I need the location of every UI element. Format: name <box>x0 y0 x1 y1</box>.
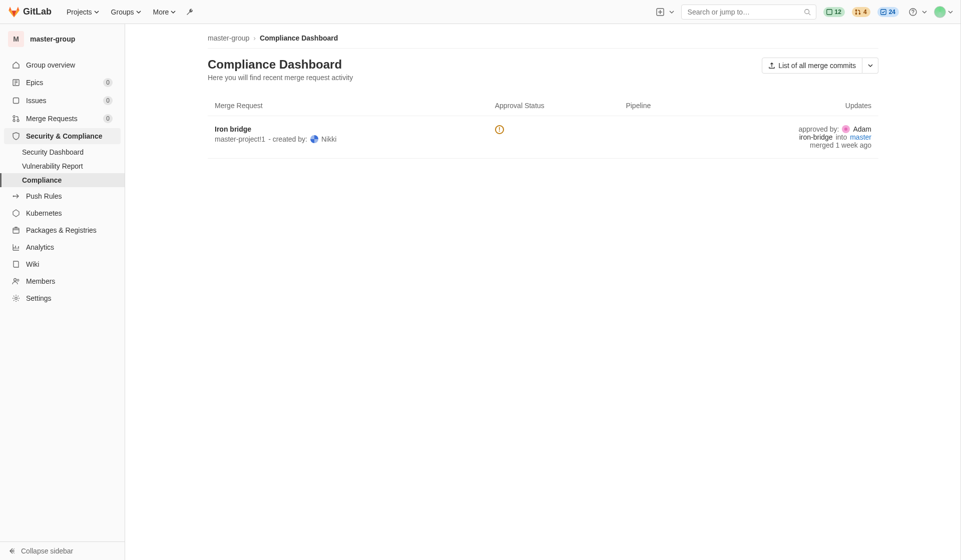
sidebar-nav: Group overview Epics 0 Issues 0 Merge Re… <box>0 54 125 541</box>
epic-icon <box>12 79 20 87</box>
svg-rect-15 <box>13 228 19 233</box>
group-name: master-group <box>30 35 75 43</box>
issues-icon <box>826 9 833 16</box>
chevron-down-icon <box>171 10 176 15</box>
sidebar-sub-label: Security Dashboard <box>22 148 117 156</box>
user-avatar[interactable] <box>934 6 946 18</box>
merge-request-icon <box>12 115 20 123</box>
top-nav: GitLab Projects Groups More 12 <box>0 0 961 24</box>
sidebar-sub-label: Compliance <box>22 176 117 184</box>
mr-author[interactable]: Nikki <box>321 135 336 143</box>
mr-counter[interactable]: 4 <box>852 7 870 17</box>
nav-right: 12 4 24 <box>653 5 953 20</box>
shield-icon <box>12 132 20 140</box>
todo-icon <box>880 9 887 16</box>
issues-icon <box>12 97 20 105</box>
svg-point-12 <box>17 120 19 122</box>
global-search[interactable] <box>681 5 816 20</box>
svg-point-18 <box>15 297 18 300</box>
count-badge: 0 <box>103 114 113 123</box>
collapse-sidebar[interactable]: Collapse sidebar <box>0 541 125 560</box>
sidebar-item-packages[interactable]: Packages & Registries <box>4 222 121 238</box>
sidebar-item-analytics[interactable]: Analytics <box>4 239 121 255</box>
sidebar-item-issues[interactable]: Issues 0 <box>4 92 121 109</box>
brand-text: GitLab <box>23 7 52 17</box>
export-dropdown-toggle[interactable] <box>862 58 878 74</box>
new-dropdown[interactable] <box>653 5 667 19</box>
branch-join: into <box>836 133 847 141</box>
sidebar-item-label: Epics <box>26 79 97 87</box>
chevron-down-icon <box>669 10 674 15</box>
col-updates: Updates <box>699 96 878 116</box>
gear-icon <box>12 294 20 302</box>
svg-marker-14 <box>13 210 19 217</box>
sidebar-item-security[interactable]: Security & Compliance <box>4 128 121 144</box>
nav-more[interactable]: More <box>148 5 181 19</box>
svg-rect-2 <box>826 9 832 15</box>
sidebar-item-settings[interactable]: Settings <box>4 290 121 306</box>
sidebar-item-label: Merge Requests <box>26 115 97 123</box>
svg-rect-9 <box>14 98 19 104</box>
gitlab-logo[interactable]: GitLab <box>8 6 52 18</box>
approver-name[interactable]: Adam <box>853 125 871 133</box>
chevron-down-icon <box>948 10 953 15</box>
todos-count: 24 <box>889 9 895 16</box>
pipeline-cell <box>619 116 699 159</box>
plus-square-icon <box>656 8 664 16</box>
nav-groups[interactable]: Groups <box>106 5 146 19</box>
nav-more-label: More <box>153 8 169 16</box>
table-row[interactable]: Iron bridge master-project!1 - created b… <box>208 116 878 159</box>
package-icon <box>12 226 20 234</box>
issues-counter[interactable]: 12 <box>823 7 845 17</box>
sidebar-item-epics[interactable]: Epics 0 <box>4 74 121 91</box>
svg-point-4 <box>855 13 857 15</box>
breadcrumb: master-group › Compliance Dashboard <box>208 32 878 49</box>
search-input[interactable] <box>687 8 804 17</box>
sidebar-sub-security-dashboard[interactable]: Security Dashboard <box>14 145 125 159</box>
svg-point-16 <box>14 279 17 281</box>
col-approval-status: Approval Status <box>488 96 619 116</box>
tanuki-icon <box>8 6 20 18</box>
help-menu[interactable] <box>906 5 920 19</box>
sidebar: M master-group Group overview Epics 0 Is… <box>0 24 125 560</box>
col-merge-request: Merge Request <box>208 96 488 116</box>
sidebar-sub-compliance[interactable]: Compliance <box>0 173 125 187</box>
sidebar-sub-vulnerability-report[interactable]: Vulnerability Report <box>14 159 125 173</box>
chart-icon <box>12 243 20 251</box>
svg-point-5 <box>859 13 861 15</box>
sidebar-item-merge-requests[interactable]: Merge Requests 0 <box>4 110 121 127</box>
push-rules-icon <box>12 192 20 200</box>
approved-by-prefix: approved by: <box>798 125 839 133</box>
admin-wrench-button[interactable] <box>183 5 197 19</box>
svg-point-10 <box>13 116 15 118</box>
nav-projects[interactable]: Projects <box>62 5 104 19</box>
page-subtitle: Here you will find recent merge request … <box>208 74 353 82</box>
sidebar-item-overview[interactable]: Group overview <box>4 57 121 73</box>
svg-point-3 <box>855 9 857 11</box>
mr-created-by-prefix: - created by: <box>268 135 307 143</box>
book-icon <box>12 260 20 268</box>
mr-meta: master-project!1 - created by: Nikki <box>215 135 481 143</box>
export-button-group: List of all merge commits <box>762 58 878 74</box>
branch-dst[interactable]: master <box>850 133 871 141</box>
todos-counter[interactable]: 24 <box>877 7 899 17</box>
sidebar-item-wiki[interactable]: Wiki <box>4 256 121 272</box>
breadcrumb-current: Compliance Dashboard <box>260 34 338 42</box>
sidebar-context[interactable]: M master-group <box>0 24 125 54</box>
sidebar-item-push-rules[interactable]: Push Rules <box>4 188 121 204</box>
sidebar-item-label: Members <box>26 277 113 285</box>
svg-point-17 <box>17 279 19 281</box>
approval-warning-icon[interactable]: ! <box>495 125 504 134</box>
export-label: List of all merge commits <box>778 62 856 70</box>
sidebar-item-label: Kubernetes <box>26 209 113 217</box>
export-commits-button[interactable]: List of all merge commits <box>762 58 862 74</box>
count-badge: 0 <box>103 96 113 105</box>
sidebar-item-members[interactable]: Members <box>4 273 121 289</box>
main-content: master-group › Compliance Dashboard Comp… <box>125 24 961 560</box>
count-badge: 0 <box>103 78 113 87</box>
collapse-label: Collapse sidebar <box>21 547 73 555</box>
sidebar-item-kubernetes[interactable]: Kubernetes <box>4 205 121 221</box>
sidebar-item-label: Analytics <box>26 243 113 251</box>
breadcrumb-root[interactable]: master-group <box>208 34 249 42</box>
chevron-down-icon <box>922 10 927 15</box>
